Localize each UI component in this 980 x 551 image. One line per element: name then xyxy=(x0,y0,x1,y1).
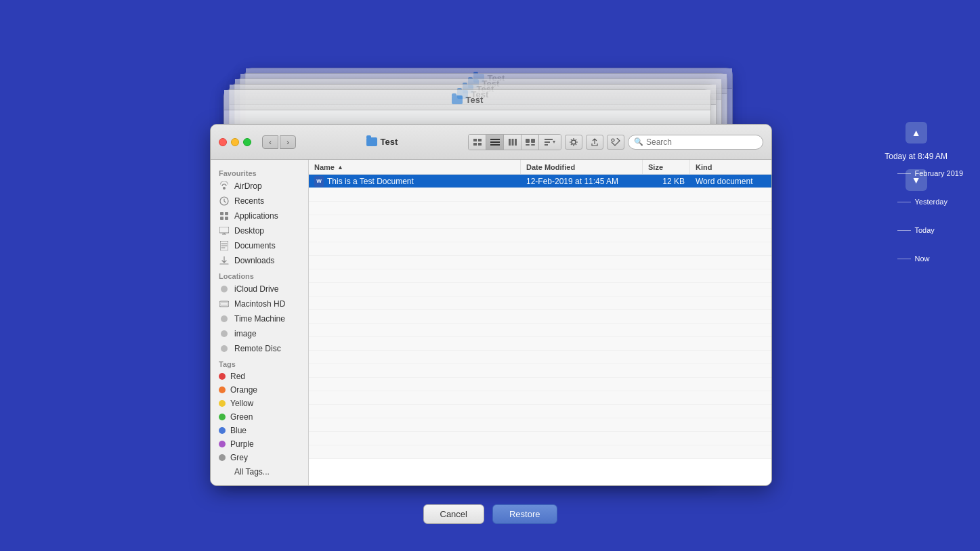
table-row xyxy=(309,432,771,445)
file-size: 12 KB xyxy=(643,177,690,186)
traffic-lights xyxy=(219,138,251,146)
table-row xyxy=(309,215,771,229)
sidebar-item-airdrop[interactable]: AirDrop xyxy=(211,179,308,194)
blue-tag-dot xyxy=(219,427,226,434)
icloud-label: iCloud Drive xyxy=(234,284,278,294)
sidebar-item-tag-blue[interactable]: Blue xyxy=(211,424,308,437)
time-machine-label: Time Machine xyxy=(234,314,285,324)
svg-rect-24 xyxy=(225,217,228,220)
icloud-icon xyxy=(219,284,230,294)
svg-rect-11 xyxy=(531,139,535,143)
view-list-button[interactable] xyxy=(486,135,504,150)
svg-rect-9 xyxy=(515,139,517,146)
action-gear-button[interactable] xyxy=(565,135,582,150)
recents-label: Recents xyxy=(234,196,264,206)
time-mark-line xyxy=(897,230,911,231)
cancel-button[interactable]: Cancel xyxy=(423,504,484,524)
grey-tag-label: Grey xyxy=(230,453,248,462)
view-group: ▾ xyxy=(468,134,561,150)
sidebar-item-tag-orange[interactable]: Orange xyxy=(211,383,308,397)
sidebar-item-all-tags[interactable]: All Tags... xyxy=(211,464,308,479)
sidebar-item-icloud[interactable]: iCloud Drive xyxy=(211,282,308,296)
col-date-header[interactable]: Date Modified xyxy=(521,160,643,174)
remote-disc-icon xyxy=(219,343,230,354)
sidebar-item-time-machine[interactable]: Time Machine xyxy=(211,311,308,326)
sidebar-item-image[interactable]: image xyxy=(211,326,308,341)
folder-icon xyxy=(452,95,463,104)
title-bar: ‹ › Test xyxy=(211,125,771,160)
svg-rect-13 xyxy=(531,144,535,146)
svg-point-17 xyxy=(572,140,576,144)
table-row xyxy=(309,324,771,337)
sidebar-item-tag-red[interactable]: Red xyxy=(211,370,308,383)
close-button[interactable] xyxy=(219,138,227,146)
time-mark-label: February 2019 xyxy=(914,169,963,177)
maximize-button[interactable] xyxy=(243,138,251,146)
svg-rect-12 xyxy=(526,144,530,146)
green-tag-dot xyxy=(219,414,226,420)
sidebar-item-tag-green[interactable]: Green xyxy=(211,410,308,424)
col-size-header[interactable]: Size xyxy=(643,160,690,174)
svg-rect-23 xyxy=(220,217,223,220)
time-mark-line xyxy=(897,202,911,202)
green-tag-label: Green xyxy=(230,412,253,422)
red-tag-dot xyxy=(219,373,226,380)
time-label: Today at 8:49 AM xyxy=(879,149,953,164)
file-list-header: Name ▲ Date Modified Size Kind xyxy=(309,160,771,175)
sidebar-item-recents[interactable]: Recents xyxy=(211,194,308,208)
desktop-icon xyxy=(219,225,230,236)
view-icon-button[interactable] xyxy=(469,135,486,150)
table-row xyxy=(309,283,771,296)
svg-point-18 xyxy=(612,139,614,141)
sidebar-item-documents[interactable]: Documents xyxy=(211,238,308,253)
col-kind-header[interactable]: Kind xyxy=(690,160,771,174)
col-name-header[interactable]: Name ▲ xyxy=(309,160,521,174)
svg-rect-28 xyxy=(220,303,228,305)
forward-button[interactable]: › xyxy=(280,135,296,149)
view-sort-button[interactable]: ▾ xyxy=(539,135,561,150)
svg-rect-21 xyxy=(220,212,223,215)
view-gallery-button[interactable] xyxy=(521,135,539,150)
time-up-arrow[interactable]: ▲ xyxy=(906,122,927,144)
macintosh-hd-icon xyxy=(219,299,230,309)
sidebar-item-tag-yellow[interactable]: Yellow xyxy=(211,397,308,410)
time-mark-now: Now xyxy=(897,255,963,263)
time-mark-label: Today xyxy=(914,226,934,234)
favourites-section-title: Favourites xyxy=(211,165,308,179)
svg-rect-5 xyxy=(490,141,500,143)
table-row xyxy=(309,337,771,351)
sort-arrow: ▲ xyxy=(337,164,343,171)
table-row xyxy=(309,310,771,324)
sidebar-item-tag-grey[interactable]: Grey xyxy=(211,451,308,464)
minimize-button[interactable] xyxy=(231,138,239,146)
sidebar-item-applications[interactable]: Applications xyxy=(211,208,308,223)
svg-rect-4 xyxy=(490,139,500,140)
file-name-col: W This is a Test Document xyxy=(309,175,521,188)
svg-rect-3 xyxy=(478,143,482,146)
table-row[interactable]: W This is a Test Document 12-Feb-2019 at… xyxy=(309,175,771,188)
tag-button[interactable] xyxy=(607,135,624,150)
svg-rect-14 xyxy=(545,139,553,140)
applications-icon xyxy=(219,211,230,221)
stack-title-5: Test xyxy=(232,95,702,105)
share-button[interactable] xyxy=(586,135,603,150)
file-date: 12-Feb-2019 at 11:45 AM xyxy=(521,177,643,186)
sidebar-item-remote-disc[interactable]: Remote Disc xyxy=(211,341,308,356)
sidebar-item-desktop[interactable]: Desktop xyxy=(211,223,308,238)
sidebar-item-downloads[interactable]: Downloads xyxy=(211,253,308,268)
search-box[interactable]: 🔍 xyxy=(628,135,763,150)
desktop-label: Desktop xyxy=(234,226,264,236)
restore-button[interactable]: Restore xyxy=(492,504,557,524)
svg-rect-16 xyxy=(545,144,548,146)
documents-icon xyxy=(219,240,230,251)
time-timeline: February 2019 Yesterday Today Now xyxy=(897,169,963,263)
sidebar-item-tag-purple[interactable]: Purple xyxy=(211,437,308,451)
time-mark-yesterday: Yesterday xyxy=(897,198,963,206)
search-input[interactable] xyxy=(646,137,757,147)
back-button[interactable]: ‹ xyxy=(262,135,278,149)
sidebar-item-macintosh-hd[interactable]: Macintosh HD xyxy=(211,296,308,311)
view-columns-button[interactable] xyxy=(504,135,521,150)
grey-tag-dot xyxy=(219,454,226,461)
red-tag-label: Red xyxy=(230,372,245,381)
table-row xyxy=(309,378,771,391)
